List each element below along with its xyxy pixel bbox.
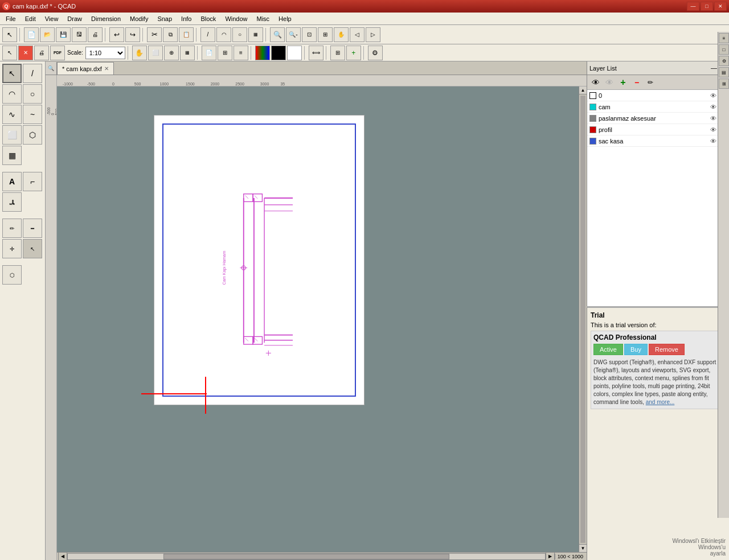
open-button[interactable]: 📂	[40, 27, 55, 42]
layer-visible-icon-cam[interactable]: 👁	[710, 104, 716, 110]
select-cross-button[interactable]: ⊕	[164, 46, 179, 60]
pointer-button[interactable]: ↖	[2, 46, 17, 60]
line-button[interactable]: /	[200, 27, 215, 42]
insert-block-button[interactable]: 🏞	[2, 192, 22, 212]
layer-row-sac-kasa[interactable]: sac kasa 👁 🔒	[587, 135, 729, 147]
zoom-next-button[interactable]: ▷	[366, 27, 380, 42]
color-palette-button[interactable]	[255, 46, 270, 60]
add-layer-button[interactable]: +	[346, 46, 361, 60]
tab-cam-kapi[interactable]: * cam kapı.dxf ✕	[57, 62, 114, 75]
black-color-button[interactable]	[271, 46, 286, 60]
menu-help[interactable]: Help	[274, 14, 296, 23]
zoom-out-button[interactable]: 🔍-	[286, 27, 301, 42]
right-icon-3[interactable]: ⚙	[719, 56, 729, 66]
move-button[interactable]: ✛	[2, 239, 22, 258]
menu-window[interactable]: Window	[220, 14, 252, 23]
scroll-track[interactable]	[67, 553, 546, 560]
layer-visible-icon-sac-kasa[interactable]: 👁	[710, 138, 716, 145]
print-button[interactable]: 🖨	[88, 27, 103, 42]
stop-button[interactable]: ✕	[18, 46, 33, 60]
trial-active-button[interactable]: Active	[593, 344, 623, 355]
trial-remove-button[interactable]: Remove	[649, 344, 685, 355]
close-button[interactable]: ✕	[714, 2, 727, 11]
hand-button[interactable]: ✋	[132, 46, 147, 60]
page-view-button[interactable]: 📄	[202, 46, 216, 60]
zoom-prev-button[interactable]: ◁	[350, 27, 364, 42]
layer-visible-icon-profil[interactable]: 👁	[710, 126, 716, 133]
display-btn1[interactable]: ⊞	[218, 46, 232, 60]
right-icon-5[interactable]: ⊞	[719, 79, 729, 89]
menu-snap[interactable]: Snap	[153, 14, 177, 23]
right-icon-2[interactable]: □	[719, 44, 729, 55]
circle-button[interactable]: ○	[232, 27, 247, 42]
tab-scroll-left[interactable]: 🔍	[46, 62, 57, 75]
save-button[interactable]: 💾	[56, 27, 71, 42]
trial-buy-button[interactable]: Buy	[624, 344, 648, 355]
select-rect-button[interactable]: ⬜	[148, 46, 163, 60]
menu-misc[interactable]: Misc	[252, 14, 275, 23]
menu-edit[interactable]: Edit	[21, 14, 40, 23]
snap-grid-button[interactable]: ▦	[180, 46, 195, 60]
select-arrow-button[interactable]: ↖	[2, 64, 22, 83]
text-button[interactable]: A	[2, 172, 22, 191]
zoom-ext-button[interactable]: ⊞	[318, 27, 333, 42]
display-btn2[interactable]: ≡	[234, 46, 248, 60]
layer-edit-button[interactable]: ✏	[644, 76, 657, 89]
right-icon-1[interactable]: ≡	[719, 33, 729, 43]
hatch-button[interactable]: ▦	[248, 27, 263, 42]
freehand-button[interactable]: ~	[23, 105, 42, 124]
scroll-down-arrow[interactable]: ▼	[579, 544, 587, 552]
bezier-button[interactable]: ∿	[2, 105, 22, 124]
hatch-tool-button[interactable]: ▦	[2, 146, 22, 165]
layer-row-paslanmaz[interactable]: paslanmaz aksesuar 👁 🔒	[587, 113, 729, 124]
pan-button[interactable]: ✋	[334, 27, 349, 42]
zoom-fit-button[interactable]: ⊡	[302, 27, 317, 42]
menu-info[interactable]: Info	[177, 14, 196, 23]
layer-visible-icon-0[interactable]: 👁	[710, 92, 716, 99]
menu-dimension[interactable]: Dimension	[87, 14, 125, 23]
leader-button[interactable]: ⌐	[23, 172, 42, 191]
3d-button[interactable]: ⬡	[2, 265, 22, 285]
new-button[interactable]: 📄	[24, 27, 39, 42]
modify1-button[interactable]: ✏	[2, 219, 22, 238]
settings-button[interactable]: ⚙	[368, 46, 383, 60]
menu-view[interactable]: View	[40, 14, 63, 23]
select-tool-button[interactable]: ↖	[2, 27, 17, 42]
scroll-left-arrow[interactable]: ◀	[58, 552, 67, 561]
layer-row-0[interactable]: 0 👁 🔒	[587, 90, 729, 101]
layer-eye2-button[interactable]: 👁	[603, 76, 616, 89]
copy-button[interactable]: ⧉	[163, 27, 178, 42]
trial-more-link[interactable]: and more...	[646, 399, 675, 405]
select-line-button[interactable]: /	[23, 64, 42, 83]
window-controls[interactable]: — □ ✕	[687, 2, 727, 11]
layer-row-profil[interactable]: profil 👁 🔒	[587, 124, 729, 135]
horizontal-scrollbar[interactable]: ◀ ▶ 100 < 1000	[57, 552, 587, 560]
saveas-button[interactable]: 🖫	[72, 27, 87, 42]
layer-visible-icon-paslanmaz[interactable]: 👁	[710, 115, 716, 122]
tab-close-button[interactable]: ✕	[104, 65, 109, 72]
layer-eye-button[interactable]: 👁	[589, 76, 602, 89]
pdf-button[interactable]: PDF	[50, 46, 65, 60]
rect-button[interactable]: ⬜	[2, 125, 22, 145]
layer-add-button[interactable]: +	[617, 76, 629, 89]
zoom-in-button[interactable]: 🔍	[270, 27, 285, 42]
arc-tool-button[interactable]: ◠	[2, 84, 22, 104]
arc-button[interactable]: ◠	[216, 27, 231, 42]
menu-modify[interactable]: Modify	[125, 14, 153, 23]
circle-tool-button[interactable]: ○	[23, 84, 42, 104]
measure-button[interactable]: ⟺	[309, 46, 323, 60]
layer-remove-button[interactable]: −	[630, 76, 643, 89]
polygon-button[interactable]: ⬡	[23, 125, 42, 145]
scale-select[interactable]: 1:10 1:1 1:2 1:5 1:20 1:50 1:100	[85, 47, 125, 59]
minimize-button[interactable]: —	[687, 2, 699, 11]
scroll-right-arrow[interactable]: ▶	[546, 552, 555, 561]
cut-button[interactable]: ✂	[147, 27, 162, 42]
layer-panel-minimize[interactable]: —	[710, 64, 718, 72]
redo-button[interactable]: ↪	[125, 27, 140, 42]
maximize-button[interactable]: □	[701, 2, 713, 11]
right-icon-4[interactable]: ▤	[719, 67, 729, 77]
paste-button[interactable]: 📋	[179, 27, 194, 42]
arrow-select-button[interactable]: ↖	[23, 239, 42, 258]
drawing-canvas[interactable]: Cam Kapı Hamam	[57, 87, 587, 552]
vertical-scrollbar[interactable]: ▲ ▼	[579, 87, 587, 552]
